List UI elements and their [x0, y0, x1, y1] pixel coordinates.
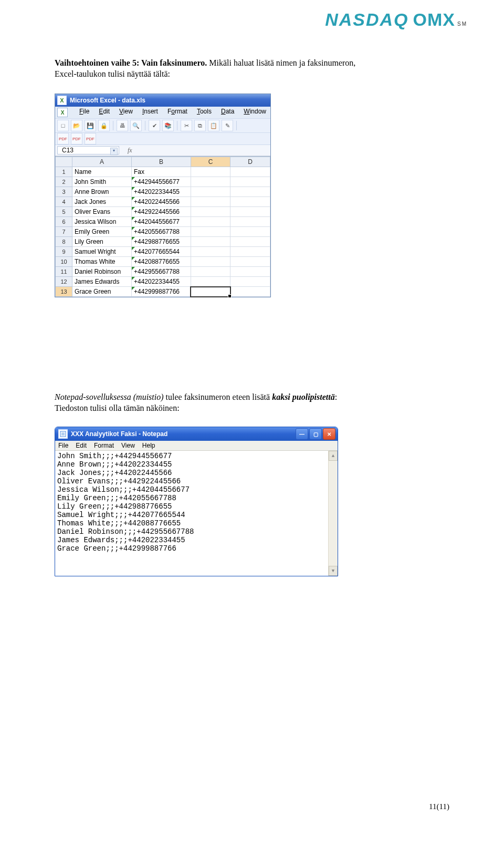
cell[interactable]: +442088776655 [131, 257, 191, 267]
cell[interactable]: Jack Jones [72, 197, 132, 207]
cell[interactable]: Anne Brown [72, 187, 132, 197]
scrollbar-vertical[interactable]: ▲ ▼ [328, 451, 338, 576]
cell[interactable] [230, 187, 270, 197]
cell[interactable] [230, 237, 270, 247]
notepad-textarea[interactable]: John Smith;;;+442944556677Anne Brown;;;+… [55, 451, 338, 576]
cell[interactable] [230, 227, 270, 237]
new-icon[interactable]: □ [57, 120, 69, 131]
excel-menu-format[interactable]: Format [167, 108, 187, 117]
excel-menu-tools[interactable]: Tools [197, 108, 212, 117]
cell[interactable] [230, 167, 270, 177]
cell[interactable]: Oliver Evans [72, 207, 132, 217]
format-painter-icon[interactable]: ✎ [222, 120, 233, 131]
col-header-c[interactable]: C [191, 157, 230, 167]
cell[interactable]: James Edwards [72, 277, 132, 287]
minimize-button[interactable]: — [296, 428, 308, 440]
row-header[interactable]: 12 [56, 277, 72, 287]
cell[interactable] [230, 207, 270, 217]
cell[interactable]: John Smith [72, 177, 132, 187]
row-header[interactable]: 8 [56, 237, 72, 247]
cell[interactable]: +442022334455 [131, 277, 191, 287]
fill-handle[interactable] [228, 294, 232, 298]
row-header[interactable]: 6 [56, 217, 72, 227]
row-header[interactable]: 13 [56, 287, 72, 297]
row-header[interactable]: 9 [56, 247, 72, 257]
close-button[interactable]: ✕ [323, 428, 335, 440]
cell[interactable] [191, 207, 230, 217]
row-header[interactable]: 1 [56, 167, 72, 177]
cell[interactable]: +442988776655 [131, 237, 191, 247]
open-icon[interactable]: 📂 [71, 120, 82, 131]
row-header[interactable]: 3 [56, 187, 72, 197]
row-header[interactable]: 4 [56, 197, 72, 207]
excel-menu-insert[interactable]: Insert [142, 108, 158, 117]
excel-menu-data[interactable]: Data [221, 108, 234, 117]
cell[interactable] [191, 227, 230, 237]
notepad-menu-format[interactable]: Format [94, 442, 114, 449]
save-icon[interactable]: 💾 [85, 120, 96, 131]
excel-menu-edit[interactable]: Edit [99, 108, 110, 117]
cell[interactable]: +442955667788 [131, 267, 191, 277]
row-header[interactable]: 7 [56, 227, 72, 237]
notepad-menubar[interactable]: File Edit Format View Help [55, 441, 338, 451]
dropdown-icon[interactable]: ▾ [110, 148, 118, 155]
pdf-icon[interactable]: PDF [71, 133, 82, 144]
col-header-d[interactable]: D [230, 157, 270, 167]
cell[interactable]: Daniel Robinson [72, 267, 132, 277]
cell[interactable] [191, 247, 230, 257]
excel-menu-view[interactable]: View [119, 108, 133, 117]
cell[interactable]: +442922445566 [131, 207, 191, 217]
corner-cell[interactable] [56, 157, 72, 167]
cell[interactable]: +442999887766 [131, 287, 191, 297]
cell[interactable]: Lily Green [72, 237, 132, 247]
pdf-icon[interactable]: PDF [85, 133, 96, 144]
row-header[interactable]: 10 [56, 257, 72, 267]
scroll-up-icon[interactable]: ▲ [329, 451, 338, 461]
cell[interactable] [191, 257, 230, 267]
cell[interactable]: +442044556677 [131, 217, 191, 227]
cell[interactable]: Emily Green [72, 227, 132, 237]
cell[interactable] [191, 217, 230, 227]
cell[interactable]: Thomas White [72, 257, 132, 267]
cell[interactable] [191, 197, 230, 207]
research-icon[interactable]: 📚 [162, 120, 174, 131]
spellcheck-icon[interactable]: ✔ [149, 120, 160, 131]
cell[interactable]: Samuel Wright [72, 247, 132, 257]
fx-icon[interactable]: fx [128, 147, 132, 154]
cell[interactable]: +442022334455 [131, 187, 191, 197]
print-icon[interactable]: 🖶 [117, 120, 128, 131]
cell[interactable] [230, 257, 270, 267]
cut-icon[interactable]: ✂ [181, 120, 192, 131]
cell[interactable] [230, 247, 270, 257]
cell[interactable] [191, 267, 230, 277]
cell[interactable]: +442022445566 [131, 197, 191, 207]
cell[interactable] [230, 217, 270, 227]
notepad-menu-file[interactable]: File [58, 442, 68, 449]
cell[interactable]: Grace Green [72, 287, 132, 297]
col-header-b[interactable]: B [131, 157, 191, 167]
notepad-menu-edit[interactable]: Edit [76, 442, 87, 449]
cell[interactable]: Fax [131, 167, 191, 177]
col-header-a[interactable]: A [72, 157, 132, 167]
cell[interactable] [230, 277, 270, 287]
cell[interactable]: +442077665544 [131, 247, 191, 257]
cell[interactable] [191, 237, 230, 247]
excel-menu-window[interactable]: Window [244, 108, 266, 117]
excel-grid[interactable]: A B C D 1NameFax2John Smith+442944556677… [55, 156, 270, 297]
cell[interactable] [230, 197, 270, 207]
excel-namebox[interactable]: C13 ▾ [57, 146, 119, 154]
notepad-menu-view[interactable]: View [121, 442, 135, 449]
cell[interactable] [230, 177, 270, 187]
copy-icon[interactable]: ⧉ [194, 120, 206, 131]
paste-icon[interactable]: 📋 [208, 120, 219, 131]
pdf-icon[interactable]: PDF [57, 133, 69, 144]
cell[interactable] [191, 167, 230, 177]
preview-icon[interactable]: 🔍 [130, 120, 142, 131]
scroll-down-icon[interactable]: ▼ [329, 566, 338, 576]
excel-menu-file[interactable]: File [79, 108, 89, 117]
cell[interactable] [191, 177, 230, 187]
row-header[interactable]: 11 [56, 267, 72, 277]
cell[interactable] [191, 187, 230, 197]
cell[interactable]: Name [72, 167, 132, 177]
permission-icon[interactable]: 🔒 [98, 120, 110, 131]
